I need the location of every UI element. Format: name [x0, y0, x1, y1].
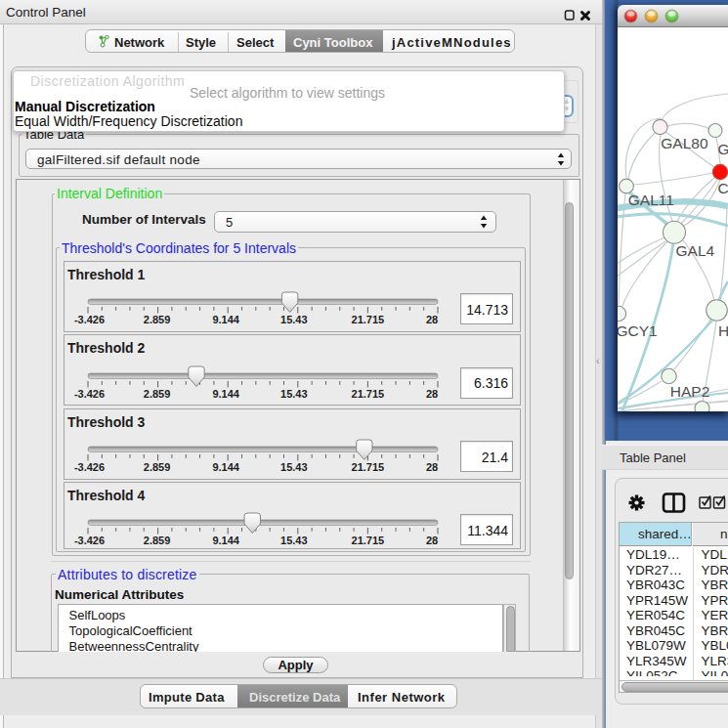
svg-text:9.144: 9.144	[212, 388, 239, 400]
svg-text:28: 28	[426, 535, 438, 546]
svg-text:2.859: 2.859	[144, 388, 171, 400]
svg-text:-3.426: -3.426	[74, 535, 105, 546]
svg-text:15.43: 15.43	[280, 535, 308, 546]
svg-text:CY: CY	[718, 180, 728, 196]
svg-text:GAL80: GAL80	[661, 135, 708, 151]
svg-text:-3.426: -3.426	[74, 314, 105, 325]
svg-text:GCY1: GCY1	[618, 322, 658, 339]
svg-text:28: 28	[426, 461, 438, 473]
svg-text:21.715: 21.715	[352, 461, 385, 473]
svg-text:HAP2: HAP2	[670, 383, 710, 400]
svg-text:15.43: 15.43	[280, 461, 308, 473]
svg-text:2.859: 2.859	[144, 314, 171, 325]
svg-text:2.859: 2.859	[144, 535, 171, 546]
svg-text:-3.426: -3.426	[74, 461, 105, 473]
svg-text:21.715: 21.715	[352, 388, 385, 400]
svg-text:2.859: 2.859	[144, 461, 171, 473]
svg-text:H: H	[718, 322, 728, 339]
svg-text:GA: GA	[718, 141, 728, 157]
svg-text:28: 28	[426, 388, 438, 400]
svg-text:GAL4: GAL4	[676, 242, 715, 259]
svg-text:28: 28	[426, 314, 438, 325]
svg-text:15.43: 15.43	[280, 314, 308, 325]
svg-text:-3.426: -3.426	[74, 388, 105, 400]
svg-text:9.144: 9.144	[212, 314, 239, 325]
svg-text:21.715: 21.715	[352, 535, 385, 546]
svg-text:15.43: 15.43	[280, 388, 308, 400]
svg-text:9.144: 9.144	[212, 535, 239, 546]
svg-text:9.144: 9.144	[212, 461, 239, 473]
svg-text:21.715: 21.715	[352, 314, 385, 325]
svg-text:GAL11: GAL11	[628, 192, 674, 208]
